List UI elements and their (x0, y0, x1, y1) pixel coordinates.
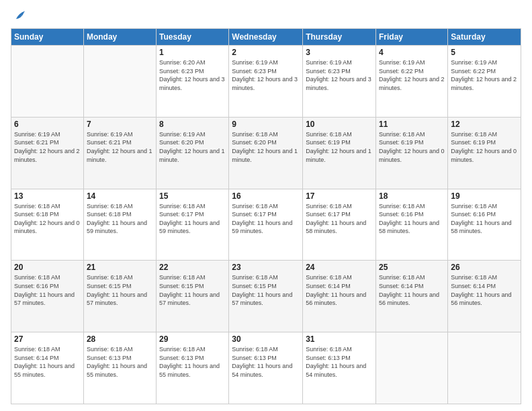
day-info: Sunrise: 6:18 AMSunset: 6:16 PMDaylight:… (14, 273, 81, 307)
day-number: 10 (306, 120, 373, 129)
day-info: Sunrise: 6:18 AMSunset: 6:17 PMDaylight:… (159, 202, 226, 236)
calendar-cell: 8Sunrise: 6:19 AMSunset: 6:20 PMDaylight… (157, 117, 229, 189)
day-number: 2 (232, 48, 300, 57)
day-number: 29 (159, 334, 226, 344)
weekday-thursday: Thursday (303, 29, 376, 46)
calendar-cell: 1Sunrise: 6:20 AMSunset: 6:23 PMDaylight… (157, 46, 229, 118)
calendar-cell: 23Sunrise: 6:18 AMSunset: 6:15 PMDayligh… (229, 261, 303, 332)
calendar-cell: 2Sunrise: 6:19 AMSunset: 6:23 PMDaylight… (229, 46, 303, 118)
calendar-cell: 21Sunrise: 6:18 AMSunset: 6:15 PMDayligh… (83, 261, 156, 332)
day-number: 4 (379, 48, 445, 57)
day-number: 22 (159, 263, 226, 272)
day-number: 11 (379, 120, 445, 129)
day-number: 24 (306, 263, 373, 272)
day-number: 16 (232, 191, 300, 201)
weekday-monday: Monday (83, 29, 156, 46)
weekday-friday: Friday (376, 29, 448, 46)
day-info: Sunrise: 6:18 AMSunset: 6:13 PMDaylight:… (87, 345, 153, 379)
day-number: 26 (451, 263, 518, 272)
weekday-sunday: Sunday (11, 29, 84, 46)
calendar-cell (11, 46, 84, 118)
day-info: Sunrise: 6:18 AMSunset: 6:13 PMDaylight:… (306, 345, 373, 379)
calendar-cell: 19Sunrise: 6:18 AMSunset: 6:16 PMDayligh… (448, 189, 521, 261)
calendar-cell: 16Sunrise: 6:18 AMSunset: 6:17 PMDayligh… (229, 189, 303, 261)
day-info: Sunrise: 6:18 AMSunset: 6:19 PMDaylight:… (379, 130, 445, 164)
day-info: Sunrise: 6:19 AMSunset: 6:21 PMDaylight:… (87, 130, 153, 164)
calendar-table: SundayMondayTuesdayWednesdayThursdayFrid… (11, 28, 521, 404)
page: SundayMondayTuesdayWednesdayThursdayFrid… (0, 0, 532, 411)
calendar-cell: 6Sunrise: 6:19 AMSunset: 6:21 PMDaylight… (11, 117, 84, 189)
day-info: Sunrise: 6:18 AMSunset: 6:13 PMDaylight:… (232, 345, 300, 379)
day-info: Sunrise: 6:18 AMSunset: 6:14 PMDaylight:… (14, 345, 81, 379)
day-info: Sunrise: 6:19 AMSunset: 6:21 PMDaylight:… (14, 130, 81, 164)
day-info: Sunrise: 6:19 AMSunset: 6:22 PMDaylight:… (379, 58, 445, 92)
day-info: Sunrise: 6:18 AMSunset: 6:14 PMDaylight:… (306, 273, 373, 307)
day-number: 14 (87, 191, 153, 201)
day-info: Sunrise: 6:18 AMSunset: 6:16 PMDaylight:… (451, 202, 518, 236)
logo (11, 8, 27, 23)
week-row-2: 6Sunrise: 6:19 AMSunset: 6:21 PMDaylight… (11, 117, 521, 189)
day-info: Sunrise: 6:18 AMSunset: 6:18 PMDaylight:… (87, 202, 153, 236)
calendar-cell: 11Sunrise: 6:18 AMSunset: 6:19 PMDayligh… (376, 117, 448, 189)
day-info: Sunrise: 6:18 AMSunset: 6:14 PMDaylight:… (379, 273, 445, 307)
day-number: 17 (306, 191, 373, 201)
day-info: Sunrise: 6:19 AMSunset: 6:23 PMDaylight:… (306, 58, 373, 92)
week-row-1: 1Sunrise: 6:20 AMSunset: 6:23 PMDaylight… (11, 46, 521, 118)
day-number: 21 (87, 263, 153, 272)
day-info: Sunrise: 6:18 AMSunset: 6:18 PMDaylight:… (14, 202, 81, 236)
calendar-cell: 25Sunrise: 6:18 AMSunset: 6:14 PMDayligh… (376, 261, 448, 332)
header (11, 8, 521, 23)
day-info: Sunrise: 6:18 AMSunset: 6:15 PMDaylight:… (87, 273, 153, 307)
day-info: Sunrise: 6:18 AMSunset: 6:13 PMDaylight:… (159, 345, 226, 379)
day-number: 18 (379, 191, 445, 201)
calendar-cell (376, 332, 448, 404)
day-number: 9 (232, 120, 300, 129)
day-number: 1 (159, 48, 226, 57)
day-number: 5 (451, 48, 518, 57)
calendar-cell (448, 332, 521, 404)
day-info: Sunrise: 6:18 AMSunset: 6:17 PMDaylight:… (306, 202, 373, 236)
day-info: Sunrise: 6:18 AMSunset: 6:19 PMDaylight:… (306, 130, 373, 164)
calendar-cell: 20Sunrise: 6:18 AMSunset: 6:16 PMDayligh… (11, 261, 84, 332)
day-number: 19 (451, 191, 518, 201)
weekday-tuesday: Tuesday (157, 29, 229, 46)
calendar-cell: 17Sunrise: 6:18 AMSunset: 6:17 PMDayligh… (303, 189, 376, 261)
day-number: 27 (14, 334, 81, 344)
day-number: 3 (306, 48, 373, 57)
calendar-cell: 13Sunrise: 6:18 AMSunset: 6:18 PMDayligh… (11, 189, 84, 261)
week-row-4: 20Sunrise: 6:18 AMSunset: 6:16 PMDayligh… (11, 261, 521, 332)
calendar-cell: 27Sunrise: 6:18 AMSunset: 6:14 PMDayligh… (11, 332, 84, 404)
day-number: 15 (159, 191, 226, 201)
day-number: 7 (87, 120, 153, 129)
weekday-wednesday: Wednesday (229, 29, 303, 46)
calendar-cell: 15Sunrise: 6:18 AMSunset: 6:17 PMDayligh… (157, 189, 229, 261)
day-info: Sunrise: 6:18 AMSunset: 6:19 PMDaylight:… (451, 130, 518, 164)
week-row-5: 27Sunrise: 6:18 AMSunset: 6:14 PMDayligh… (11, 332, 521, 404)
calendar-cell: 24Sunrise: 6:18 AMSunset: 6:14 PMDayligh… (303, 261, 376, 332)
day-number: 12 (451, 120, 518, 129)
day-info: Sunrise: 6:18 AMSunset: 6:16 PMDaylight:… (379, 202, 445, 236)
day-info: Sunrise: 6:18 AMSunset: 6:20 PMDaylight:… (232, 130, 300, 164)
day-number: 25 (379, 263, 445, 272)
calendar-cell: 3Sunrise: 6:19 AMSunset: 6:23 PMDaylight… (303, 46, 376, 118)
day-info: Sunrise: 6:18 AMSunset: 6:15 PMDaylight:… (159, 273, 226, 307)
weekday-header-row: SundayMondayTuesdayWednesdayThursdayFrid… (11, 29, 521, 46)
calendar-cell: 31Sunrise: 6:18 AMSunset: 6:13 PMDayligh… (303, 332, 376, 404)
calendar-cell: 5Sunrise: 6:19 AMSunset: 6:22 PMDaylight… (448, 46, 521, 118)
logo-bird-icon (12, 8, 27, 23)
day-number: 6 (14, 120, 81, 129)
calendar-cell: 10Sunrise: 6:18 AMSunset: 6:19 PMDayligh… (303, 117, 376, 189)
day-info: Sunrise: 6:20 AMSunset: 6:23 PMDaylight:… (159, 58, 226, 92)
calendar-cell: 22Sunrise: 6:18 AMSunset: 6:15 PMDayligh… (157, 261, 229, 332)
calendar-cell: 29Sunrise: 6:18 AMSunset: 6:13 PMDayligh… (157, 332, 229, 404)
day-number: 30 (232, 334, 300, 344)
day-number: 28 (87, 334, 153, 344)
calendar-cell: 18Sunrise: 6:18 AMSunset: 6:16 PMDayligh… (376, 189, 448, 261)
calendar-cell: 12Sunrise: 6:18 AMSunset: 6:19 PMDayligh… (448, 117, 521, 189)
calendar-cell: 9Sunrise: 6:18 AMSunset: 6:20 PMDaylight… (229, 117, 303, 189)
calendar-cell (83, 46, 156, 118)
day-number: 31 (306, 334, 373, 344)
calendar-cell: 4Sunrise: 6:19 AMSunset: 6:22 PMDaylight… (376, 46, 448, 118)
calendar-cell: 7Sunrise: 6:19 AMSunset: 6:21 PMDaylight… (83, 117, 156, 189)
day-number: 23 (232, 263, 300, 272)
